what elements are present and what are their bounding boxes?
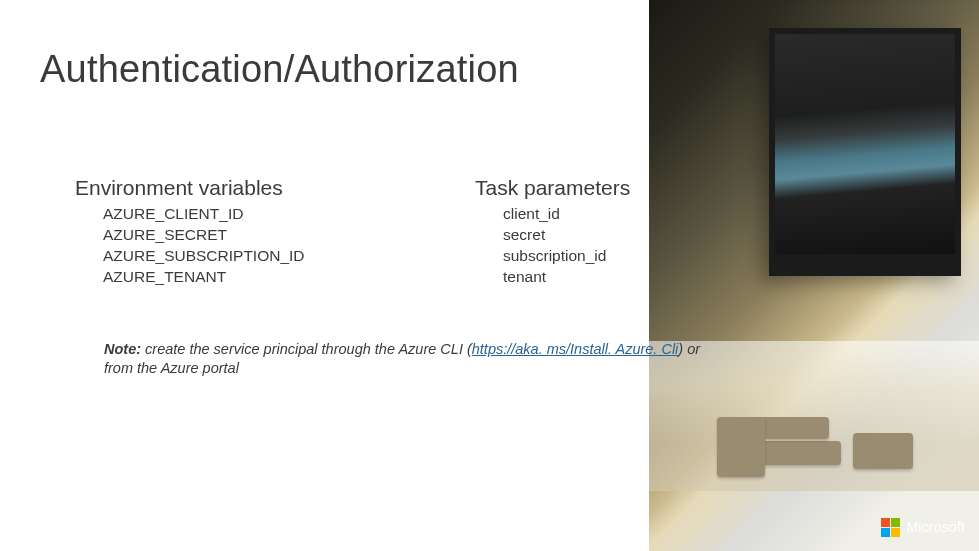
list-item: tenant	[503, 267, 735, 288]
column-items: client_id secret subscription_id tenant	[503, 204, 735, 288]
note-lead: Note:	[104, 341, 141, 357]
list-item: secret	[503, 225, 735, 246]
footer-brand-text: Microsoft	[906, 519, 965, 535]
slide: Authentication/Authorization Environment…	[0, 0, 979, 551]
note-link[interactable]: https://aka. ms/Install. Azure. Cli	[472, 341, 679, 357]
column-task-params: Task parameters client_id secret subscri…	[475, 176, 735, 288]
column-title: Task parameters	[475, 176, 735, 200]
content-columns: Environment variables AZURE_CLIENT_ID AZ…	[75, 176, 735, 288]
slide-title: Authentication/Authorization	[40, 48, 519, 91]
note-pre: create the service principal through the…	[141, 341, 472, 357]
note-text: Note: create the service principal throu…	[104, 340, 724, 378]
list-item: AZURE_CLIENT_ID	[103, 204, 335, 225]
background-desk-props	[681, 417, 941, 469]
column-env-vars: Environment variables AZURE_CLIENT_ID AZ…	[75, 176, 335, 288]
list-item: AZURE_SECRET	[103, 225, 335, 246]
footer-brand: Microsoft	[881, 518, 965, 538]
column-items: AZURE_CLIENT_ID AZURE_SECRET AZURE_SUBSC…	[103, 204, 335, 288]
list-item: subscription_id	[503, 246, 735, 267]
microsoft-logo-icon	[881, 518, 901, 538]
column-title: Environment variables	[75, 176, 335, 200]
list-item: AZURE_TENANT	[103, 267, 335, 288]
list-item: client_id	[503, 204, 735, 225]
list-item: AZURE_SUBSCRIPTION_ID	[103, 246, 335, 267]
